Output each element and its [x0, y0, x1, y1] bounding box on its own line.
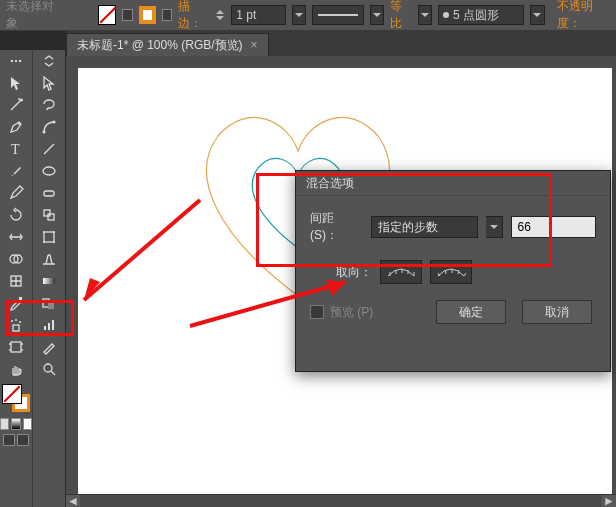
- stroke-weight-dd-icon[interactable]: [292, 5, 306, 25]
- stroke-profile-dd-icon[interactable]: [370, 5, 384, 25]
- stroke-weight-stepper[interactable]: [216, 6, 225, 24]
- selection-status: 未选择对象: [6, 0, 59, 32]
- ellipse-tool[interactable]: [33, 160, 65, 182]
- line-tool[interactable]: [33, 138, 65, 160]
- collapse-icon[interactable]: [33, 50, 65, 72]
- screen-mode-row: [0, 432, 32, 448]
- svg-point-32: [44, 364, 52, 372]
- svg-rect-0: [11, 60, 13, 62]
- spacing-mode-select[interactable]: 指定的步数: [371, 216, 478, 238]
- close-tab-icon[interactable]: ×: [251, 38, 258, 52]
- pen-tool[interactable]: [0, 116, 32, 138]
- slice-tool[interactable]: [33, 336, 65, 358]
- svg-text:T: T: [11, 142, 20, 157]
- screen-mode-full[interactable]: [17, 434, 29, 446]
- opacity-label: 不透明度：: [557, 0, 610, 32]
- svg-point-23: [53, 231, 55, 233]
- symbol-sprayer-tool[interactable]: [0, 314, 32, 336]
- svg-point-25: [53, 241, 55, 243]
- orientation-label: 取向：: [336, 264, 372, 281]
- type-tool[interactable]: T: [0, 138, 32, 160]
- horizontal-scrollbar[interactable]: ◄ ►: [66, 494, 616, 507]
- ok-button[interactable]: 确定: [436, 300, 506, 324]
- perspective-grid-tool[interactable]: [33, 248, 65, 270]
- fill-stroke-indicator[interactable]: [2, 384, 30, 412]
- preview-group: 预览 (P): [310, 304, 373, 321]
- svg-point-13: [19, 321, 21, 323]
- document-tab-bar: 未标题-1* @ 100% (RGB/预览) ×: [66, 30, 616, 56]
- cancel-button[interactable]: 取消: [522, 300, 592, 324]
- preview-checkbox[interactable]: [310, 305, 324, 319]
- pencil-tool[interactable]: [0, 182, 32, 204]
- orientation-align-page[interactable]: [380, 260, 422, 284]
- shape-builder-tool[interactable]: [0, 248, 32, 270]
- svg-rect-9: [19, 297, 22, 300]
- color-mode-gradient[interactable]: [11, 418, 20, 430]
- color-mode-none[interactable]: [23, 418, 32, 430]
- svg-point-16: [53, 121, 56, 124]
- stroke-swatch[interactable]: [139, 6, 156, 24]
- spacing-value-field[interactable]: 66: [511, 216, 596, 238]
- blend-tool[interactable]: [33, 292, 65, 314]
- svg-rect-2: [19, 60, 21, 62]
- column-graph-tool[interactable]: [33, 314, 65, 336]
- uniform-dd-icon[interactable]: [418, 5, 432, 25]
- svg-point-22: [43, 231, 45, 233]
- rotate-tool[interactable]: [0, 204, 32, 226]
- orientation-page-icon: [386, 266, 416, 278]
- stroke-profile[interactable]: [312, 5, 364, 25]
- hand-tool[interactable]: [0, 358, 32, 380]
- svg-rect-14: [11, 342, 21, 352]
- artboard-tool[interactable]: [0, 336, 32, 358]
- magic-wand-tool[interactable]: [0, 94, 32, 116]
- stroke-label: 描边：: [178, 0, 210, 32]
- svg-point-4: [18, 123, 20, 125]
- curvature-tool[interactable]: [33, 116, 65, 138]
- eyedropper-tool[interactable]: [0, 292, 32, 314]
- free-transform-tool[interactable]: [33, 226, 65, 248]
- svg-point-11: [11, 320, 13, 322]
- lasso-tool[interactable]: [33, 94, 65, 116]
- zoom-tool[interactable]: [33, 358, 65, 380]
- svg-point-12: [15, 319, 17, 321]
- document-tab-title: 未标题-1* @ 100% (RGB/预览): [77, 37, 243, 54]
- svg-rect-19: [44, 210, 50, 216]
- fill-popup-icon[interactable]: [122, 9, 133, 21]
- stroke-weight-field[interactable]: 1 pt: [231, 5, 285, 25]
- selection-tool[interactable]: [0, 72, 32, 94]
- paintbrush-tool[interactable]: [0, 160, 32, 182]
- scroll-left-icon[interactable]: ◄: [66, 495, 80, 507]
- uniform-label: 等比: [390, 0, 411, 32]
- svg-rect-10: [13, 325, 19, 331]
- gradient-tool[interactable]: [33, 270, 65, 292]
- direct-selection-tool[interactable]: [33, 72, 65, 94]
- scale-tool[interactable]: [33, 204, 65, 226]
- svg-point-24: [43, 241, 45, 243]
- width-tool[interactable]: [0, 226, 32, 248]
- color-mode-row: [0, 416, 32, 432]
- brush-selector[interactable]: 5 点圆形: [438, 5, 524, 25]
- svg-rect-20: [48, 214, 54, 220]
- stroke-popup-icon[interactable]: [162, 9, 173, 21]
- document-tab[interactable]: 未标题-1* @ 100% (RGB/预览) ×: [66, 33, 269, 56]
- color-mode-solid[interactable]: [0, 418, 9, 430]
- fill-swatch[interactable]: [98, 5, 116, 25]
- grip-icon: [0, 50, 32, 72]
- scroll-right-icon[interactable]: ►: [602, 495, 616, 507]
- svg-rect-21: [44, 232, 54, 242]
- screen-mode-normal[interactable]: [3, 434, 15, 446]
- orientation-path-icon: [436, 266, 466, 278]
- brush-dd-icon[interactable]: [530, 5, 544, 25]
- orientation-align-path[interactable]: [430, 260, 472, 284]
- svg-rect-31: [52, 320, 54, 330]
- svg-rect-28: [48, 301, 54, 309]
- options-bar: 未选择对象 描边： 1 pt 等比 5 点圆形 不透明度：: [0, 0, 616, 31]
- svg-point-15: [43, 131, 46, 134]
- eraser-tool[interactable]: [33, 182, 65, 204]
- spacing-mode-dd-icon[interactable]: [486, 216, 502, 238]
- orientation-row: 取向：: [310, 260, 596, 284]
- blend-options-dialog: 混合选项 间距 (S)： 指定的步数 66 取向： 预览 (P) 确定 取消: [295, 170, 611, 372]
- spacing-label: 间距 (S)：: [310, 210, 363, 244]
- mesh-tool[interactable]: [0, 270, 32, 292]
- fill-indicator[interactable]: [2, 384, 22, 404]
